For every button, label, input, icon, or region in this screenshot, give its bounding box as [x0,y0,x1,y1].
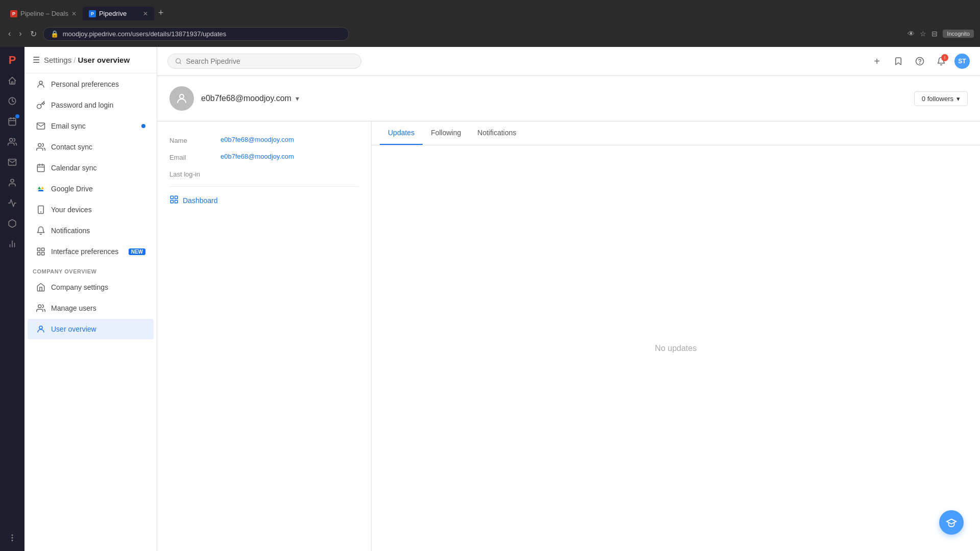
sidebar: ☰ Settings / User overview Personal pref… [24,47,157,551]
sidebar-item-password-login[interactable]: Password and login [28,95,154,115]
bell-icon [36,226,46,236]
rail-icon-home[interactable] [3,71,21,90]
tab-content-updates: No updates [372,145,980,551]
right-panel: Updates Following Notifications No updat… [372,121,980,551]
breadcrumb-current: User overview [78,56,130,64]
svg-rect-15 [37,165,44,172]
forward-button[interactable]: › [17,27,23,40]
icon-rail: P [0,47,24,551]
field-lastlogin-row: Last log-in [169,165,359,182]
contacts-icon [8,178,17,187]
menu-toggle-icon[interactable]: ☰ [33,55,40,65]
svg-point-14 [38,143,41,146]
add-button[interactable]: + [869,53,885,69]
svg-rect-32 [170,196,173,198]
svg-rect-24 [37,253,40,255]
svg-line-28 [180,63,181,64]
insights-icon [8,239,17,248]
tab-pipeline[interactable]: P Pipeline – Deals ✕ [4,7,83,20]
activities-icon [8,117,17,126]
dashboard-icon [169,195,179,206]
sidebar-item-your-devices[interactable]: Your devices [28,199,154,220]
rail-icon-insights[interactable] [3,235,21,253]
email-value[interactable]: e0b7fe68@moodjoy.com [220,153,294,160]
search-box[interactable] [167,54,361,69]
rail-icon-activities[interactable] [3,112,21,131]
tab-notifications[interactable]: Notifications [469,121,524,145]
svg-rect-35 [170,201,173,203]
sidebar-item-company-settings[interactable]: Company settings [28,277,154,297]
more-icon [8,533,17,542]
tab-close-pipeline[interactable]: ✕ [71,10,77,17]
sidebar-label-user-overview: User overview [51,325,96,333]
activities-badge [15,114,19,118]
refresh-button[interactable]: ↻ [28,27,39,41]
sidebar-item-personal-preferences[interactable]: Personal preferences [28,74,154,94]
nav-right: 👁 ☆ ⊟ Incognito [908,30,974,38]
tab-favicon-pipedrive: P [89,10,96,17]
sidebar-item-manage-users[interactable]: Manage users [28,298,154,318]
contact-icon [36,142,46,152]
sidebar-label-password-login: Password and login [51,101,113,109]
interface-icon [36,246,46,257]
sidebar-item-calendar-sync[interactable]: Calendar sync [28,158,154,178]
tab-following[interactable]: Following [423,121,469,145]
rail-icon-products[interactable] [3,214,21,233]
sidebar-item-google-drive[interactable]: Google Drive [28,179,154,199]
tab-pipedrive[interactable]: P Pipedrive ✕ [83,7,154,20]
url-bar[interactable]: 🔒 moodjoy.pipedrive.com/users/details/13… [43,27,349,41]
sidebar-item-notifications[interactable]: Notifications [28,220,154,241]
help-fab[interactable] [939,510,964,535]
home-icon [8,76,17,85]
device-icon [36,205,46,215]
sidebar-item-email-sync[interactable]: Email sync [28,116,154,136]
svg-point-11 [12,537,13,538]
notification-button[interactable]: ! [933,53,949,69]
new-tab-button[interactable]: + [154,6,168,20]
search-input[interactable] [186,57,354,65]
rail-logo[interactable]: P [3,51,21,69]
sidebar-item-contact-sync[interactable]: Contact sync [28,137,154,157]
rail-icon-reports[interactable] [3,194,21,212]
no-updates-label: No updates [655,344,697,353]
svg-point-13 [39,81,42,84]
main: + ! ST e0b [157,47,980,551]
user-avatar-header[interactable]: ST [954,54,970,69]
profile-dropdown-icon[interactable]: ▾ [296,94,299,103]
help-button[interactable] [912,53,928,69]
tab-close-pipedrive[interactable]: ✕ [143,10,148,17]
bookmark-header-icon[interactable] [890,53,906,69]
email-label: Email [169,153,220,161]
followers-chevron-icon: ▾ [957,95,960,103]
rail-icon-deals[interactable] [3,92,21,110]
dashboard-link[interactable]: Dashboard [169,191,359,210]
rail-icon-more[interactable] [3,529,21,547]
field-name-row: Name e0b7fe68@moodjoy.com [169,132,359,148]
sidebar-toggle-icon[interactable]: ⊟ [932,30,938,38]
avatar-icon [176,92,188,105]
breadcrumb-root[interactable]: Settings [44,56,71,64]
sidebar-item-user-overview[interactable]: User overview [28,319,154,339]
two-col-layout: Name e0b7fe68@moodjoy.com Email e0b7fe68… [157,121,980,551]
bookmark-icon[interactable]: ☆ [920,30,926,38]
sidebar-item-interface-preferences[interactable]: Interface preferences NEW [28,241,154,262]
tab-updates[interactable]: Updates [380,121,423,145]
tab-bar: P Pipeline – Deals ✕ P Pipedrive ✕ + [0,0,980,20]
sidebar-label-interface-preferences: Interface preferences [51,247,118,256]
app: P [0,47,980,551]
rail-icon-leads[interactable] [3,133,21,151]
dashboard-grid-icon [169,195,179,204]
drive-icon [36,184,46,194]
back-button[interactable]: ‹ [6,27,13,40]
main-header: + ! ST [157,47,980,76]
followers-label: 0 followers [922,95,953,103]
mail-icon [8,158,17,167]
svg-point-31 [180,94,184,98]
name-value[interactable]: e0b7fe68@moodjoy.com [220,136,294,143]
followers-button[interactable]: 0 followers ▾ [914,91,968,106]
tabs-row: Updates Following Notifications [372,121,980,145]
dashboard-label: Dashboard [183,196,218,205]
sidebar-label-google-drive: Google Drive [51,185,93,193]
rail-icon-contacts[interactable] [3,173,21,192]
rail-icon-mail[interactable] [3,153,21,171]
